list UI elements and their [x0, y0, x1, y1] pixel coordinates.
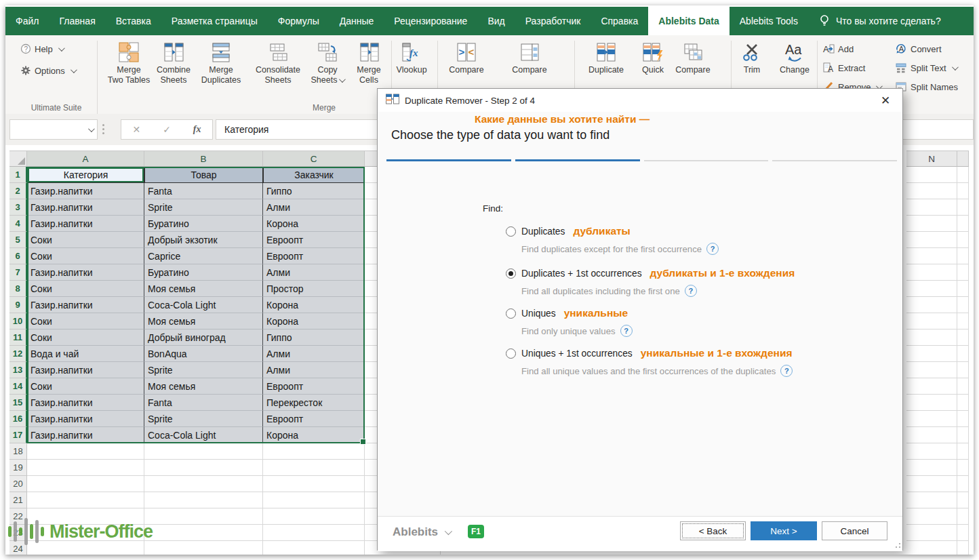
row-header-15[interactable]: 15: [9, 395, 27, 411]
empty-cell[interactable]: [957, 525, 969, 541]
tab-разметка-страницы[interactable]: Разметка страницы: [161, 7, 268, 35]
data-cell[interactable]: Корона: [263, 427, 365, 443]
radio-button[interactable]: [506, 308, 516, 319]
data-cell[interactable]: Вода и чай: [27, 346, 144, 362]
empty-cell[interactable]: [957, 427, 969, 443]
data-cell[interactable]: Соки: [27, 313, 144, 329]
row-header-4[interactable]: 4: [9, 216, 27, 232]
tab-вставка[interactable]: Вставка: [106, 7, 161, 35]
data-cell[interactable]: Sprite: [144, 199, 263, 216]
name-box[interactable]: [9, 119, 98, 140]
empty-cell[interactable]: [957, 281, 969, 297]
data-cell[interactable]: BonAqua: [144, 346, 263, 362]
data-cell[interactable]: Газир.напитки: [27, 216, 144, 232]
data-cell[interactable]: Газир.напитки: [27, 427, 144, 443]
data-cell[interactable]: Газир.напитки: [27, 395, 144, 411]
empty-cell[interactable]: [906, 281, 957, 297]
ribbon-button-split-names[interactable]: Split Names: [895, 79, 958, 94]
empty-cell[interactable]: [906, 508, 957, 525]
data-cell[interactable]: Добрый виноград: [144, 329, 263, 346]
empty-cell[interactable]: [906, 248, 957, 264]
data-cell[interactable]: Гиппо: [263, 329, 365, 346]
data-cell[interactable]: Соки: [27, 248, 144, 264]
empty-cell[interactable]: [957, 183, 969, 199]
data-cell[interactable]: Буратино: [144, 264, 263, 281]
select-all-corner[interactable]: [9, 151, 27, 167]
data-cell[interactable]: Газир.напитки: [27, 199, 144, 216]
empty-cell[interactable]: [906, 476, 957, 492]
tab-формулы[interactable]: Формулы: [268, 7, 329, 35]
radio-button[interactable]: [506, 226, 516, 237]
empty-cell[interactable]: [957, 264, 969, 281]
close-icon[interactable]: ✕: [877, 92, 894, 108]
data-cell[interactable]: Добрый экзотик: [144, 232, 263, 248]
data-cell[interactable]: Моя семья: [144, 281, 263, 297]
tab-вид[interactable]: Вид: [477, 7, 515, 35]
find-option-3[interactable]: Uniquesуникальные: [506, 307, 628, 319]
empty-cell[interactable]: [957, 411, 969, 427]
data-cell[interactable]: [27, 443, 144, 460]
empty-cell[interactable]: [906, 541, 957, 555]
row-header-8[interactable]: 8: [9, 281, 27, 297]
data-cell[interactable]: Caprice: [144, 248, 263, 264]
empty-cell[interactable]: [906, 378, 957, 395]
ribbon-button-add[interactable]: AAdd: [822, 41, 854, 56]
data-cell[interactable]: [27, 460, 144, 476]
options-button[interactable]: Options: [20, 63, 75, 78]
empty-cell[interactable]: [957, 362, 969, 378]
f1-help-badge[interactable]: F1: [468, 525, 484, 538]
empty-cell[interactable]: [957, 329, 969, 346]
data-cell[interactable]: Соки: [27, 329, 144, 346]
help-icon[interactable]: ?: [706, 243, 719, 255]
data-cell[interactable]: Соки: [27, 232, 144, 248]
row-header-12[interactable]: 12: [9, 346, 27, 362]
cancel-entry-icon[interactable]: ✕: [132, 124, 140, 135]
empty-cell[interactable]: [906, 199, 957, 216]
ribbon-button-extract[interactable]: AExtract: [822, 60, 865, 75]
row-header-16[interactable]: 16: [9, 411, 27, 427]
data-cell[interactable]: [144, 541, 263, 555]
row-header-7[interactable]: 7: [9, 264, 27, 281]
data-cell[interactable]: Fanta: [144, 395, 263, 411]
data-cell[interactable]: Евроопт: [263, 248, 365, 264]
empty-cell[interactable]: [957, 541, 969, 555]
empty-cell[interactable]: [957, 199, 969, 216]
data-cell[interactable]: [263, 525, 365, 541]
empty-cell[interactable]: [957, 248, 969, 264]
empty-cell[interactable]: [957, 395, 969, 411]
find-option-1[interactable]: Duplicatesдубликаты: [506, 225, 631, 237]
back-button[interactable]: < Back: [680, 521, 746, 540]
data-cell[interactable]: [263, 508, 365, 525]
empty-cell[interactable]: [906, 362, 957, 378]
data-cell[interactable]: Моя семья: [144, 313, 263, 329]
row-header-2[interactable]: 2: [9, 183, 27, 199]
tab-рецензирование[interactable]: Рецензирование: [384, 7, 477, 35]
row-header-10[interactable]: 10: [9, 313, 27, 329]
data-cell[interactable]: [144, 460, 263, 476]
data-cell[interactable]: [263, 460, 365, 476]
empty-cell[interactable]: [957, 313, 969, 329]
header-cell[interactable]: Категория: [27, 167, 144, 183]
empty-cell[interactable]: [906, 329, 957, 346]
data-cell[interactable]: Евроопт: [263, 232, 365, 248]
tab-разработчик[interactable]: Разработчик: [515, 7, 591, 35]
empty-cell[interactable]: [957, 508, 969, 525]
empty-cell[interactable]: [906, 411, 957, 427]
row-header-14[interactable]: 14: [9, 378, 27, 395]
ribbon-button-merge-two-tables[interactable]: MergeTwo Tables: [104, 38, 153, 103]
data-cell[interactable]: Fanta: [144, 183, 263, 199]
data-cell[interactable]: [263, 492, 365, 508]
data-cell[interactable]: [27, 492, 144, 508]
empty-cell[interactable]: [906, 264, 957, 281]
row-header-21[interactable]: 21: [9, 492, 27, 508]
data-cell[interactable]: Простор: [263, 281, 365, 297]
data-cell[interactable]: Газир.напитки: [27, 297, 144, 313]
data-cell[interactable]: Газир.напитки: [27, 264, 144, 281]
header-cell[interactable]: Заказчик: [263, 167, 365, 183]
tab-главная[interactable]: Главная: [49, 7, 105, 35]
empty-cell[interactable]: [957, 476, 969, 492]
data-cell[interactable]: Алми: [263, 362, 365, 378]
data-cell[interactable]: Корона: [263, 216, 365, 232]
ribbon-button-convert[interactable]: AConvert: [895, 41, 942, 56]
data-cell[interactable]: Алми: [263, 199, 365, 216]
